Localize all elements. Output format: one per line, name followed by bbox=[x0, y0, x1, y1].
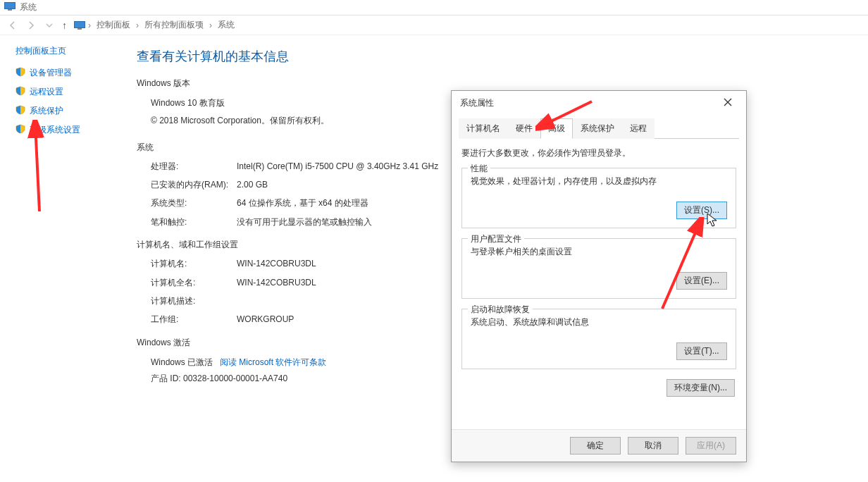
system-type-value: 64 位操作系统，基于 x64 的处理器 bbox=[237, 196, 368, 210]
cpu-value: Intel(R) Core(TM) i5-7500 CPU @ 3.40GHz … bbox=[237, 159, 438, 173]
tab-remote[interactable]: 远程 bbox=[622, 118, 655, 139]
activation-status: Windows 已激活 bbox=[151, 357, 213, 367]
shield-icon bbox=[16, 124, 25, 136]
admin-note: 要进行大多数更改，你必须作为管理员登录。 bbox=[461, 147, 736, 159]
breadcrumb-item-0[interactable]: 控制面板 bbox=[94, 18, 133, 32]
user-profile-settings-button[interactable]: 设置(E)... bbox=[676, 272, 727, 290]
ram-label: 已安装的内存(RAM): bbox=[151, 178, 237, 192]
dialog-title-text: 系统属性 bbox=[460, 97, 494, 109]
ram-value: 2.00 GB bbox=[237, 178, 268, 192]
sidebar-advanced-system-settings[interactable]: 高级系统设置 bbox=[16, 124, 113, 136]
startup-recovery-group: 启动和故障恢复 系统启动、系统故障和调试信息 设置(T)... bbox=[461, 309, 736, 369]
performance-desc: 视觉效果，处理器计划，内存使用，以及虚拟内存 bbox=[471, 175, 727, 187]
computer-name-label: 计算机名: bbox=[151, 257, 237, 271]
svg-rect-1 bbox=[8, 9, 12, 11]
sidebar-item-label: 高级系统设置 bbox=[30, 124, 80, 136]
breadcrumb: › 控制面板 › 所有控制面板项 › 系统 bbox=[74, 18, 237, 32]
system-type-label: 系统类型: bbox=[151, 196, 237, 210]
breadcrumb-sep: › bbox=[85, 20, 94, 30]
control-panel-home-link[interactable]: 控制面板主页 bbox=[16, 45, 113, 57]
cpu-label: 处理器: bbox=[151, 159, 237, 173]
workgroup-label: 工作组: bbox=[151, 312, 237, 326]
tab-hardware[interactable]: 硬件 bbox=[508, 118, 540, 139]
user-profile-group: 用户配置文件 与登录帐户相关的桌面设置 设置(E)... bbox=[461, 238, 736, 299]
breadcrumb-sep: › bbox=[133, 20, 142, 30]
svg-rect-0 bbox=[5, 3, 16, 9]
user-profile-legend: 用户配置文件 bbox=[468, 233, 524, 245]
sidebar-item-label: 设备管理器 bbox=[30, 67, 72, 79]
svg-rect-2 bbox=[75, 22, 85, 28]
nav-bar: ↑ › 控制面板 › 所有控制面板项 › 系统 bbox=[0, 16, 868, 35]
page-heading: 查看有关计算机的基本信息 bbox=[137, 48, 854, 65]
tab-computer-name[interactable]: 计算机名 bbox=[459, 118, 508, 139]
ok-button[interactable]: 确定 bbox=[570, 437, 621, 455]
sidebar-device-manager[interactable]: 设备管理器 bbox=[16, 67, 113, 79]
dialog-tabs: 计算机名 硬件 高级 系统保护 远程 bbox=[459, 118, 739, 139]
breadcrumb-sep: › bbox=[206, 20, 215, 30]
back-button[interactable] bbox=[7, 20, 18, 31]
startup-desc: 系统启动、系统故障和调试信息 bbox=[471, 316, 727, 328]
breadcrumb-item-2[interactable]: 系统 bbox=[215, 18, 237, 32]
cancel-button[interactable]: 取消 bbox=[628, 437, 678, 455]
shield-icon bbox=[16, 67, 25, 79]
sidebar-item-label: 远程设置 bbox=[30, 86, 63, 98]
pen-touch-value: 没有可用于此显示器的笔或触控输入 bbox=[237, 215, 372, 229]
window-title: 系统 bbox=[20, 1, 37, 13]
performance-legend: 性能 bbox=[468, 163, 490, 175]
breadcrumb-item-1[interactable]: 所有控制面板项 bbox=[142, 18, 206, 32]
workgroup-value: WORKGROUP bbox=[237, 312, 294, 326]
sidebar-item-label: 系统保护 bbox=[30, 105, 63, 117]
tab-advanced[interactable]: 高级 bbox=[540, 118, 573, 139]
sidebar: 控制面板主页 设备管理器 远程设置 系统保护 高级系统设置 bbox=[0, 35, 120, 482]
startup-settings-button[interactable]: 设置(T)... bbox=[676, 342, 727, 360]
shield-icon bbox=[16, 86, 25, 98]
apply-button[interactable]: 应用(A) bbox=[686, 437, 736, 455]
system-icon bbox=[4, 2, 16, 13]
sidebar-remote-settings[interactable]: 远程设置 bbox=[16, 86, 113, 98]
user-profile-desc: 与登录帐户相关的桌面设置 bbox=[471, 246, 727, 258]
breadcrumb-icon bbox=[74, 20, 85, 30]
tab-system-protection[interactable]: 系统保护 bbox=[573, 118, 622, 139]
section-windows-edition: Windows 版本 bbox=[137, 78, 854, 89]
pen-touch-label: 笔和触控: bbox=[151, 215, 237, 229]
computer-full-value: WIN-142COBRU3DL bbox=[237, 276, 316, 290]
computer-desc-label: 计算机描述: bbox=[151, 294, 237, 308]
system-properties-dialog: 系统属性 计算机名 硬件 高级 系统保护 远程 要进行大多数更改，你必须作为管理… bbox=[451, 90, 747, 462]
title-bar: 系统 bbox=[0, 0, 868, 16]
forward-button[interactable] bbox=[25, 20, 37, 31]
computer-full-label: 计算机全名: bbox=[151, 276, 237, 290]
performance-settings-button[interactable]: 设置(S)... bbox=[676, 202, 727, 219]
recent-dropdown[interactable] bbox=[44, 20, 55, 31]
shield-icon bbox=[16, 105, 25, 117]
performance-group: 性能 视觉效果，处理器计划，内存使用，以及虚拟内存 设置(S)... bbox=[461, 168, 736, 228]
computer-name-value: WIN-142COBRU3DL bbox=[237, 257, 316, 271]
startup-legend: 启动和故障恢复 bbox=[468, 304, 533, 316]
license-terms-link[interactable]: 阅读 Microsoft 软件许可条款 bbox=[220, 357, 326, 367]
env-variables-button[interactable]: 环境变量(N)... bbox=[666, 379, 735, 397]
dialog-close-button[interactable] bbox=[718, 97, 738, 109]
sidebar-system-protection[interactable]: 系统保护 bbox=[16, 105, 113, 117]
svg-rect-3 bbox=[78, 28, 82, 30]
up-button[interactable]: ↑ bbox=[62, 20, 67, 31]
